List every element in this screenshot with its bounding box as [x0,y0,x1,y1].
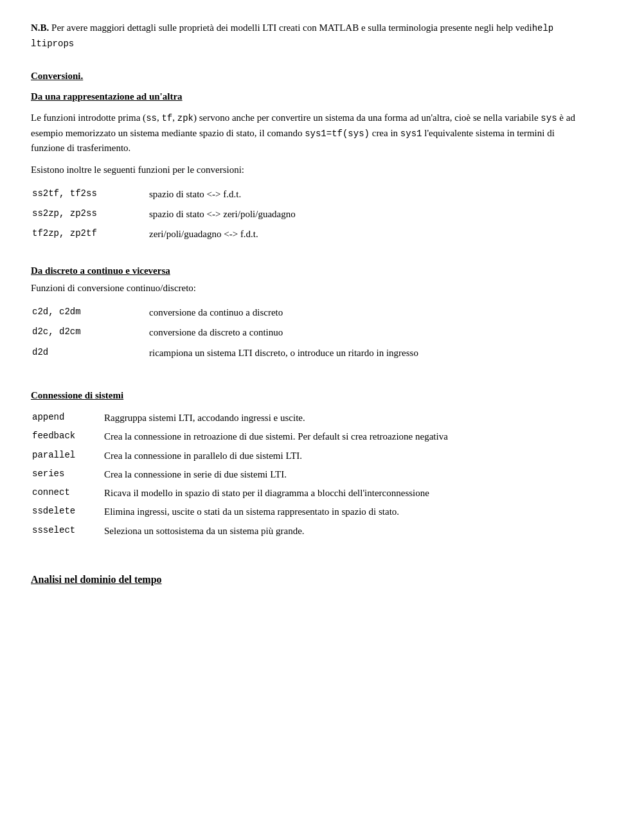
connessione-table: append Raggruppa sistemi LTI, accodando … [31,408,586,541]
desc-cell: zeri/poli/guadagno <-> f.d.t. [149,225,585,244]
table-row: d2c, d2cm conversione da discreto a cont… [32,323,585,342]
code-cell: ss2tf, tf2ss [32,185,148,204]
desc-cell: ricampiona un sistema LTI discreto, o in… [149,344,585,362]
desc-cell: Ricava il modello in spazio di stato per… [104,485,585,502]
conversioni-heading1: Da una rappresentazione ad un'altra [31,89,586,104]
table-row: feedback Crea la connessione in retroazi… [32,428,585,445]
desc-cell: Crea la connessione in parallelo di due … [104,447,585,465]
analisi-title: Analisi nel dominio del tempo [31,572,586,588]
desc-cell: Raggruppa sistemi LTI, accodando ingress… [104,409,585,427]
desc-cell: Seleziona un sottosistema da un sistema … [104,523,585,540]
inline-code-zpk: zpk [177,113,193,123]
table-row: parallel Crea la connessione in parallel… [32,447,585,465]
connessione-section: Connessione di sistemi append Raggruppa … [31,388,586,541]
table-row: c2d, c2dm conversione da continuo a disc… [32,303,585,322]
conversioni-para1: Le funzioni introdotte prima (ss, tf, zp… [31,111,586,156]
conversioni-para2: Esistono inoltre le seguenti funzioni pe… [31,163,586,177]
desc-cell: Crea la connessione in retroazione di du… [104,428,585,445]
table-row: ssselect Seleziona un sottosistema da un… [32,523,585,540]
code-cell: d2d [32,344,148,362]
desc-cell: Crea la connessione in serie di due sist… [104,466,585,483]
table-row: d2d ricampiona un sistema LTI discreto, … [32,344,585,362]
cmd-cell: connect [32,485,103,502]
cmd-cell: ssselect [32,523,103,540]
table-row: series Crea la connessione in serie di d… [32,466,585,483]
table-row: connect Ricava il modello in spazio di s… [32,485,585,502]
code-cell: tf2zp, zp2tf [32,225,148,244]
conversioni-title: Conversioni. [31,69,586,84]
inline-code-ss: ss [146,113,157,123]
conversioni-subheading1: Da una rappresentazione ad un'altra [31,91,183,102]
table-row: ss2tf, tf2ss spazio di stato <-> f.d.t. [32,185,585,204]
inline-code-sys: sys [541,113,557,123]
inline-code-sys1tf: sys1=tf(sys) [305,129,370,139]
code-cell: d2c, d2cm [32,323,148,342]
code-cell: ss2zp, zp2ss [32,205,148,224]
cmd-cell: series [32,466,103,483]
cmd-cell: ssdelete [32,503,103,521]
code-cell: c2d, c2dm [32,303,148,322]
desc-cell: conversione da continuo a discreto [149,303,585,322]
inline-code-tf: tf [161,113,172,123]
table-row: ssdelete Elimina ingressi, uscite o stat… [32,503,585,521]
nb-block: N.B. Per avere maggiori dettagli sulle p… [31,21,586,51]
nb-label: N.B. [31,22,49,33]
conversioni-table2: c2d, c2dm conversione da continuo a disc… [31,302,586,364]
discreto-para: Funzioni di conversione continuo/discret… [31,281,586,296]
cmd-cell: feedback [32,428,103,445]
desc-cell: spazio di stato <-> zeri/poli/guadagno [149,205,585,224]
discreto-heading: Da discreto a continuo e viceversa [31,264,586,278]
discreto-subheading: Da discreto a continuo e viceversa [31,265,170,276]
conversioni-table1: ss2tf, tf2ss spazio di stato <-> f.d.t. … [31,184,586,246]
table-row: append Raggruppa sistemi LTI, accodando … [32,409,585,427]
connessione-title: Connessione di sistemi [31,388,586,403]
cmd-cell: parallel [32,447,103,465]
inline-code-sys1: sys1 [400,129,422,139]
cmd-cell: append [32,409,103,427]
nb-text: Per avere maggiori dettagli sulle propri… [51,22,532,33]
desc-cell: Elimina ingressi, uscite o stati da un s… [104,503,585,521]
desc-cell: conversione da discreto a continuo [149,323,585,342]
discreto-section: Da discreto a continuo e viceversa Funzi… [31,264,586,364]
table-row: tf2zp, zp2tf zeri/poli/guadagno <-> f.d.… [32,225,585,244]
table-row: ss2zp, zp2ss spazio di stato <-> zeri/po… [32,205,585,224]
desc-cell: spazio di stato <-> f.d.t. [149,185,585,204]
